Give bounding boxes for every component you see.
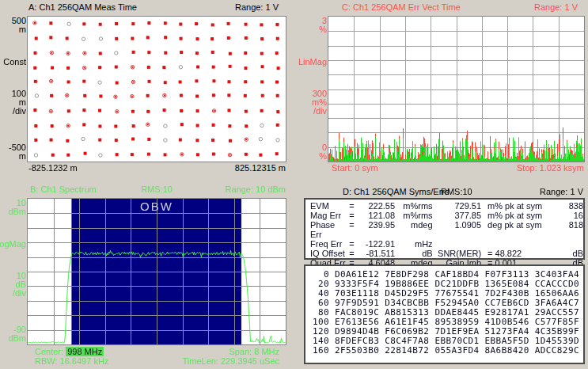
summary-cell-c5 [433,239,481,249]
c-x-stop-label: Stop: 1.023 ksym [517,163,584,173]
summary-cell-c2: = [348,249,356,258]
c-y-format-label: LinMag [298,58,327,67]
summary-cell-c6 [481,239,560,249]
summary-cell-c7: dB [560,249,583,258]
summary-cell-c3: 222.55 [355,201,395,211]
summary-cell-c1: Phase Err [310,220,348,239]
summary-row: IQ Offset=-81.511dBSNR(MER)= 48.822dB [305,249,583,258]
summary-cell-c1: Freq Err [310,239,348,249]
summary-cell-c7 [560,239,583,249]
center-frequency-field[interactable]: 998 MHz [66,347,104,356]
summary-cell-c2: = [348,220,356,239]
summary-cell-c4: m%rms [395,211,433,220]
summary-cell-c5: SNR(MER) [433,249,481,258]
a-y-min-label: -500 m [9,143,26,161]
summary-row: Mag Err=121.08m%rms377.85m% pk at sym16 [305,211,583,220]
a-y-max-label: 500 m [12,17,26,34]
err-vect-plot[interactable] [328,16,585,162]
summary-cell-c2: = [348,211,356,220]
a-x-max-label: 825.12315 m [235,163,286,173]
symbol-hex-group: 2F5503B0 [335,346,379,356]
b-y-min-label: -90 dBm [8,325,26,343]
spectrum-plot[interactable] [27,198,286,345]
summary-cell-c7: 16 [560,211,583,220]
symbol-index: 160 [305,346,329,356]
c-x-start-label: Start: 0 sym [332,163,378,173]
trace-c-range: Range: 1 V [534,2,578,12]
trace-d-rms: RMS:10 [441,187,472,196]
summary-cell-c5: 729.51 [433,201,481,211]
a-y-perdiv-label: 100 m /div [12,89,26,116]
symbol-hex-group: 8A6B8420 [485,346,529,356]
symbol-hex-group: 22814B72 [385,346,429,356]
b-y-perdiv-label: 10 dB /div [13,272,26,298]
c-y-perdiv-label: 300 m% /div [312,89,327,116]
symbol-hex-group: ADCC829C [535,346,579,356]
summary-cell-c6: = 48.822 [481,249,560,258]
summary-cell-c1: IQ Offset [310,249,348,258]
summary-cell-c3: -81.511 [355,249,395,258]
obw-band-label: OBW [71,200,242,213]
summary-cell-c6: deg pk at sym [481,220,560,239]
trace-d-title: D: Ch1 256QAM Syms/Errs [343,187,449,196]
c-y-max-label: 3 % [319,17,327,34]
constellation-plot[interactable] [27,16,286,162]
b-y-format-label: LogMag [0,240,26,249]
summary-cell-c3: -122.91 [355,239,395,249]
trace-b-range: Range: 10 dBm [226,184,286,194]
c-y-min-label: 0 % [319,143,327,161]
b-timelen-label: TimeLen: 229.3945 uSec [182,356,279,366]
summary-row: EVM=222.55m%rms729.51m% pk at sym838 [305,201,583,211]
b-center-frequency: Center: 998 MHz [35,347,104,356]
summary-cell-c7: 818 [560,220,583,239]
summary-cell-c6: m% pk at sym [481,211,560,220]
summary-cell-c6: m% pk at sym [481,201,560,211]
summary-row: Freq Err=-122.91mHz [305,239,583,249]
summary-cell-c1: EVM [310,201,348,211]
symbol-hex-group: 055A3FD4 [434,346,479,356]
summary-cell-c3: 121.08 [355,211,395,220]
summary-cell-c4: mHz [395,239,433,249]
trace-c-title: C: Ch1 256QAM Err Vect Time [342,2,461,12]
syms-errs-summary: EVM=222.55m%rms729.51m% pk at sym838Mag … [304,198,585,260]
summary-cell-c4: mdeg [395,220,433,239]
summary-cell-c7: 838 [560,201,583,211]
summary-cell-c1: Mag Err [310,211,348,220]
summary-cell-c2: = [348,201,356,211]
symbol-table: 0D0A61E127E8DF298CAF18BD4F07F31133C403FA… [304,264,585,364]
summary-cell-c4: dB [395,249,433,258]
b-y-max-label: 10 dBm [8,199,26,216]
summary-cell-c4: m%rms [395,201,433,211]
summary-cell-c2: = [348,239,356,249]
trace-a-title: A: Ch1 256QAM Meas Time [28,2,137,12]
trace-d-range: Range: 1 V [540,187,583,196]
a-x-min-label: -825.1232 m [28,163,78,173]
b-rbw-label: RBW: 16.6497 kHz [35,356,108,366]
b-span-label: Span: 8 MHz [229,347,279,356]
trace-a-range: Range: 1 V [235,2,279,12]
symbol-row: 1602F5503B022814B72055A3FD48A6B8420ADCC8… [305,346,583,356]
summary-cell-c3: 239.95 [355,220,395,239]
a-y-format-label: Const [3,58,26,67]
vsa-window: A: Ch1 256QAM Meas Time Range: 1 V 500 m… [0,0,588,369]
summary-row: Phase Err=239.95mdeg1.0905deg pk at sym8… [305,220,583,239]
summary-cell-c5: 377.85 [433,211,481,220]
summary-cell-c5: 1.0905 [433,220,481,239]
